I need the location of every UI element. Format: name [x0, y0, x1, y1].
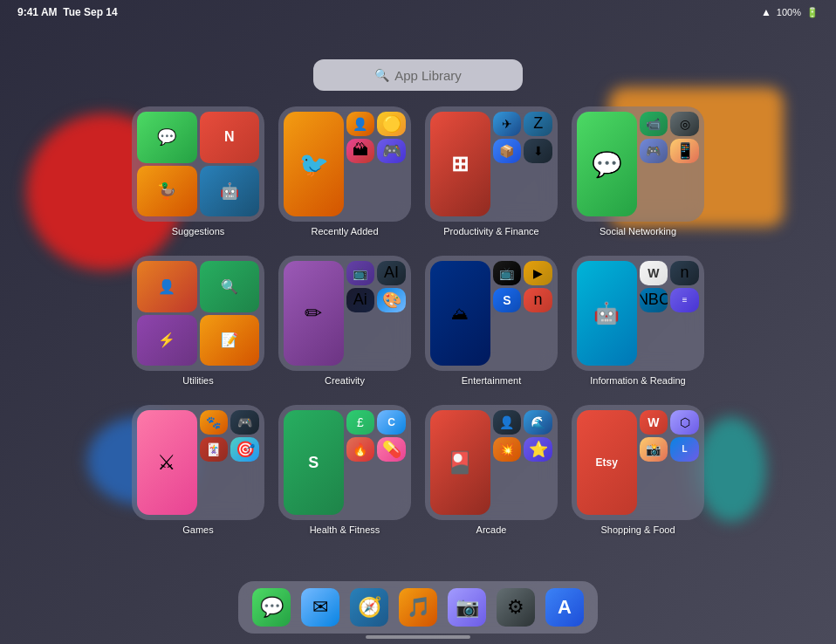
app-icon-creative5: 🎨: [377, 288, 406, 312]
app-icon-messages: 💬: [137, 112, 197, 163]
dock-icon-photos[interactable]: 📷: [448, 588, 486, 627]
category-entertainment[interactable]: ⛰ 📺 ▶ S n Entertainment: [425, 256, 558, 391]
category-label-info: Information & Reading: [590, 375, 685, 386]
category-arcade[interactable]: 🎴 👤 🌊 💥 ⭐ Arcade: [425, 405, 558, 540]
search-bar[interactable]: 🔍 App Library: [313, 59, 523, 91]
battery-icon: 🔋: [806, 7, 819, 18]
app-icon-duckduckgo: 🦆: [137, 166, 197, 217]
app-icon-twitch: 📺: [346, 261, 375, 285]
app-icon-etsy: Etsy: [577, 410, 637, 515]
home-indicator: [366, 635, 470, 639]
category-creativity[interactable]: ✏ 📺 AI Ai 🎨 Creativity: [278, 256, 411, 391]
folder-box-utilities: 👤 🔍 ⚡ 📝: [132, 256, 264, 371]
app-icon-notes: 📝: [200, 315, 260, 367]
category-productivity[interactable]: ⊞ ✈ Z 📦 ⬇ Productivity & Finance: [425, 106, 558, 242]
app-icon-calm: C: [377, 410, 406, 435]
folder-box-health: S £ C 🔥 💊: [278, 405, 411, 520]
category-label-arcade: Arcade: [476, 524, 507, 535]
app-icon-plex: ▶: [524, 261, 552, 285]
app-icon-creative4: Ai: [346, 288, 375, 312]
app-icon-games2: 🐾: [200, 410, 229, 435]
category-label-recently: Recently Added: [311, 226, 378, 236]
wifi-icon: ▲: [761, 6, 771, 18]
app-icon-shortcuts: ⚡: [137, 315, 197, 367]
folder-box-creativity: ✏ 📺 AI Ai 🎨: [278, 256, 411, 371]
app-icon-photo1: 🏔: [346, 139, 375, 163]
app-icon-discord: 🎮: [640, 139, 668, 163]
dock-icon-mail[interactable]: ✉: [301, 588, 339, 627]
app-icon-office: ⊞: [430, 112, 490, 216]
app-icon-loupe: 🔍: [200, 261, 260, 312]
app-icon-notion: N: [200, 112, 260, 163]
app-icon-arcade2: 👤: [493, 410, 522, 435]
app-icon-shazam: S: [493, 288, 522, 312]
app-icon-profile1: 👤: [346, 112, 375, 136]
dock: 💬 ✉ 🧭 🎵 📷 ⚙ A: [238, 581, 598, 634]
app-icon-robot: 🤖: [577, 261, 637, 366]
app-icon-zoom: Z: [524, 112, 552, 136]
dock-icon-messages[interactable]: 💬: [252, 588, 291, 627]
dock-icon-music[interactable]: 🎵: [399, 588, 437, 627]
app-icon-app5: 🎮: [377, 139, 406, 163]
folder-box-arcade: 🎴 👤 🌊 💥 ⭐: [425, 405, 558, 520]
app-icon-arcade1: 🎴: [430, 410, 490, 515]
app-icon-social5: 📱: [670, 139, 699, 163]
app-icon-creative3: AI: [377, 261, 406, 285]
app-icon-facetime: 📹: [640, 112, 668, 136]
app-icon-arcade3: 🌊: [524, 410, 552, 435]
app-icon-info4: NBC: [640, 288, 668, 312]
app-icon-dropbox: 📦: [493, 139, 522, 163]
category-suggestions[interactable]: 💬 N 🦆 🤖 Suggestions: [132, 106, 264, 242]
app-icon-dots: ⬡: [670, 410, 699, 435]
category-health[interactable]: S £ C 🔥 💊 Health & Fitness: [278, 405, 411, 540]
app-icon-games4: 🃏: [200, 437, 229, 462]
app-icon-robinhood: 🤖: [200, 166, 260, 217]
app-icon-arcade4: 💥: [493, 437, 522, 462]
category-label-health: Health & Fitness: [310, 524, 380, 535]
app-icon-info3: n: [670, 261, 699, 285]
folder-box-shopping: Etsy W ⬡ 📸 L: [572, 405, 704, 520]
category-label-shopping: Shopping & Food: [600, 524, 675, 535]
folder-box-recently: 🐦 👤 🟡 🏔 🎮: [278, 106, 411, 222]
category-recently-added[interactable]: 🐦 👤 🟡 🏔 🎮 Recently Added: [278, 106, 411, 242]
category-label-creativity: Creativity: [325, 375, 365, 386]
category-label-utilities: Utilities: [182, 375, 213, 386]
folder-box-entertainment: ⛰ 📺 ▶ S n: [425, 256, 558, 371]
app-icon-arcade5: ⭐: [524, 437, 552, 462]
app-icon-walgreens: W: [640, 410, 668, 435]
app-icon-anime: ⚔: [137, 410, 197, 515]
category-label-social: Social Networking: [600, 226, 676, 236]
dock-icon-safari[interactable]: 🧭: [350, 588, 388, 627]
app-icon-fire: 🔥: [346, 437, 375, 462]
app-icon-down: ⬇: [524, 139, 552, 163]
category-info-reading[interactable]: 🤖 W n NBC ≡ Information & Reading: [572, 256, 704, 391]
app-icon-ent5: n: [524, 288, 552, 312]
app-icon-games5: 🎯: [230, 437, 259, 462]
category-label-suggestions: Suggestions: [172, 226, 225, 236]
app-icon-games3: 🎮: [230, 410, 259, 435]
battery-level: 100%: [777, 7, 801, 17]
folder-box-games: ⚔ 🐾 🎮 🃏 🎯: [132, 405, 264, 520]
app-icon-contacts: 👤: [137, 261, 197, 312]
app-icon-ball: 🟡: [377, 112, 406, 136]
category-utilities[interactable]: 👤 🔍 ⚡ 📝 Utilities: [132, 256, 264, 391]
category-games[interactable]: ⚔ 🐾 🎮 🃏 🎯 Games: [132, 405, 264, 540]
status-time-date: 9:41 AM Tue Sep 14: [17, 6, 118, 18]
app-icon-wiki: W: [640, 261, 668, 285]
app-icon-messages2: 💬: [577, 112, 637, 216]
app-icon-spark: ✈: [493, 112, 522, 136]
search-icon: 🔍: [374, 68, 389, 82]
dock-icon-settings[interactable]: ⚙: [497, 588, 535, 627]
app-icon-appletv: 📺: [493, 261, 522, 285]
folder-box-productivity: ⊞ ✈ Z 📦 ⬇: [425, 106, 558, 222]
app-icon-vectorize: ✏: [284, 261, 344, 366]
category-shopping[interactable]: Etsy W ⬡ 📸 L Shopping & Food: [572, 405, 704, 540]
status-right: ▲ 100% 🔋: [761, 6, 819, 18]
category-social[interactable]: 💬 📹 ◎ 🎮 📱 Social Networking: [572, 106, 704, 242]
category-label-productivity: Productivity & Finance: [443, 226, 538, 236]
app-icon-info5: ≡: [670, 288, 699, 312]
app-icon-lb: L: [670, 437, 699, 462]
dock-icon-appstore[interactable]: A: [545, 588, 584, 627]
category-label-games: Games: [182, 524, 213, 535]
category-grid: 💬 N 🦆 🤖 Suggestions 🐦 👤 🟡 🏔 🎮 Recently A…: [132, 106, 704, 540]
